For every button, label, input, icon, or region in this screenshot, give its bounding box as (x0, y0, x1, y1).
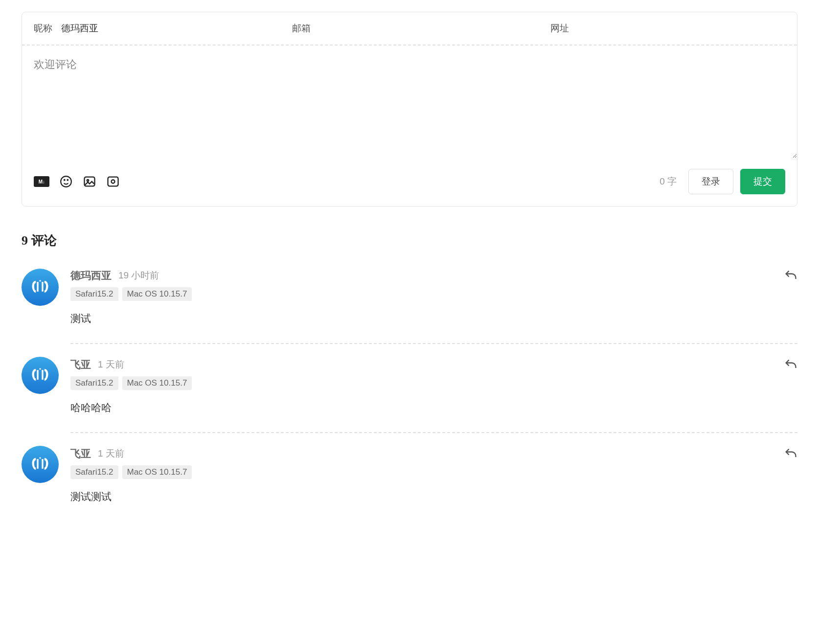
comment-time: 1 天前 (98, 447, 124, 460)
svg-rect-11 (42, 370, 43, 380)
svg-rect-7 (37, 282, 38, 292)
comment-body: 德玛西亚 19 小时前 Safari15.2 Mac OS 10.15.7 测试 (70, 269, 797, 325)
avatar (22, 357, 59, 394)
image-icon[interactable] (83, 175, 96, 188)
nickname-cell: 昵称 (22, 12, 280, 45)
url-label: 网址 (550, 22, 569, 35)
svg-rect-10 (37, 370, 38, 380)
word-count: 0 字 (660, 175, 677, 188)
svg-point-15 (39, 457, 41, 459)
os-tag: Mac OS 10.15.7 (122, 376, 192, 390)
os-tag: Mac OS 10.15.7 (122, 287, 192, 301)
comment-body: 飞亚 1 天前 Safari15.2 Mac OS 10.15.7 测试测试 (70, 432, 797, 504)
avatar (22, 269, 59, 306)
comment-time: 1 天前 (98, 358, 124, 371)
svg-rect-13 (37, 459, 38, 469)
comment-item: 飞亚 1 天前 Safari15.2 Mac OS 10.15.7 测试测试 (22, 432, 797, 521)
comment-content: 哈哈哈哈 (70, 401, 797, 414)
email-label: 邮箱 (292, 22, 311, 35)
avatar (22, 446, 59, 483)
login-button[interactable]: 登录 (688, 169, 733, 194)
browser-tag: Safari15.2 (70, 465, 118, 479)
comment-author: 飞亚 (70, 358, 91, 371)
svg-point-6 (112, 180, 115, 184)
url-cell: 网址 (539, 12, 797, 45)
comment-form: 昵称 邮箱 网址 M↓ 0 字 登录 提交 (22, 12, 797, 207)
toolbar: M↓ (34, 175, 120, 188)
svg-point-2 (67, 180, 68, 181)
email-cell: 邮箱 (280, 12, 539, 45)
comment-textarea[interactable] (22, 46, 797, 158)
comments-section: 9 评论 德玛西亚 19 小时前 Safari15.2 Mac OS 10.15… (22, 232, 797, 521)
preview-icon[interactable] (106, 175, 120, 188)
comment-author: 飞亚 (70, 447, 91, 460)
svg-point-0 (61, 176, 71, 187)
os-tag: Mac OS 10.15.7 (122, 465, 192, 479)
browser-tag: Safari15.2 (70, 287, 118, 301)
reply-icon[interactable] (784, 269, 797, 284)
svg-point-1 (64, 180, 65, 181)
comment-time: 19 小时前 (118, 269, 159, 282)
comments-count-header: 9 评论 (22, 232, 797, 249)
submit-button[interactable]: 提交 (740, 169, 785, 194)
nickname-input[interactable] (61, 23, 269, 34)
svg-rect-5 (108, 177, 118, 186)
comment-item: 德玛西亚 19 小时前 Safari15.2 Mac OS 10.15.7 测试 (22, 269, 797, 343)
comment-item: 飞亚 1 天前 Safari15.2 Mac OS 10.15.7 哈哈哈哈 (22, 343, 797, 432)
form-header: 昵称 邮箱 网址 (22, 12, 797, 46)
reply-icon[interactable] (784, 447, 797, 462)
url-input[interactable] (578, 23, 785, 34)
svg-point-4 (87, 180, 89, 182)
comment-author: 德玛西亚 (70, 269, 112, 282)
browser-tag: Safari15.2 (70, 376, 118, 390)
email-input[interactable] (319, 23, 527, 34)
form-footer: M↓ 0 字 登录 提交 (22, 160, 797, 206)
reply-icon[interactable] (784, 358, 797, 373)
svg-rect-8 (42, 282, 43, 292)
comment-content: 测试 (70, 312, 797, 325)
emoji-icon[interactable] (59, 175, 73, 188)
markdown-icon[interactable]: M↓ (34, 176, 49, 187)
comment-body: 飞亚 1 天前 Safari15.2 Mac OS 10.15.7 哈哈哈哈 (70, 343, 797, 414)
nickname-label: 昵称 (34, 22, 52, 35)
svg-rect-14 (42, 459, 43, 469)
svg-point-9 (39, 280, 41, 281)
svg-point-12 (39, 368, 41, 369)
comment-content: 测试测试 (70, 490, 797, 504)
